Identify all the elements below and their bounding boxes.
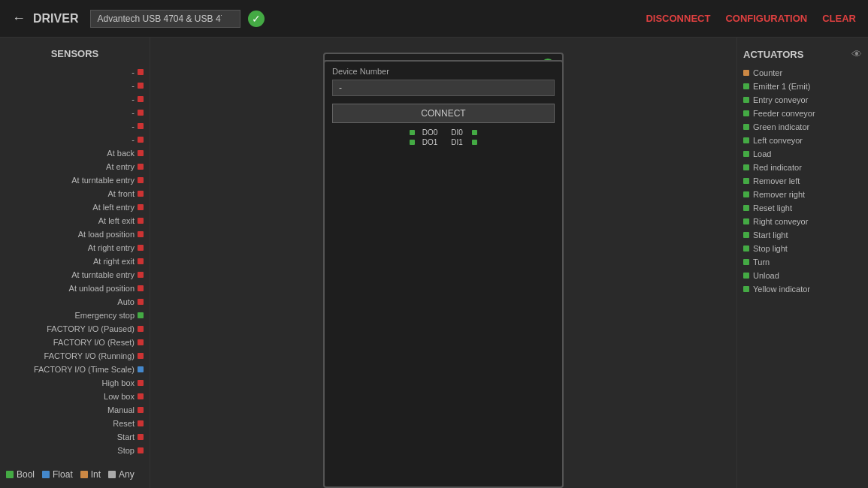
sensor-dot bbox=[138, 110, 144, 116]
int-dot bbox=[80, 471, 88, 478]
device-select[interactable]: Advantech USB 4704 & USB 4750 bbox=[90, 10, 240, 28]
sensor-dot bbox=[138, 339, 144, 345]
actuator-dot bbox=[743, 97, 749, 103]
actuators-title: ACTUATORS bbox=[743, 49, 803, 60]
actuator-dot bbox=[743, 218, 749, 224]
actuator-dot bbox=[743, 164, 749, 170]
sensor-dot bbox=[138, 366, 144, 372]
panel2-title: Device Number bbox=[332, 67, 389, 76]
back-button[interactable]: ← bbox=[12, 11, 26, 26]
actuator-dot bbox=[743, 273, 749, 279]
sensor-dot bbox=[138, 191, 144, 197]
actuator-dot bbox=[743, 232, 749, 238]
legend: Bool Float Int Any bbox=[0, 466, 150, 483]
sensor-dot bbox=[138, 420, 144, 426]
list-item: FACTORY I/O (Time Scale) bbox=[0, 363, 150, 376]
sensor-dot bbox=[138, 137, 144, 143]
clear-button[interactable]: CLEAR bbox=[822, 13, 856, 24]
list-item: Turn bbox=[737, 255, 868, 269]
sensor-dot bbox=[138, 231, 144, 237]
actuator-dot bbox=[743, 191, 749, 197]
configuration-button[interactable]: CONFIGURATION bbox=[725, 13, 807, 24]
list-item: Low box bbox=[0, 390, 150, 403]
sensor-dot bbox=[138, 407, 144, 413]
list-item: FACTORY I/O (Reset) bbox=[0, 336, 150, 349]
list-item: Auto bbox=[0, 295, 150, 309]
list-item: Left conveyor bbox=[737, 134, 868, 147]
actuator-dot bbox=[743, 83, 749, 89]
list-item: Entry conveyor bbox=[737, 93, 868, 107]
sensors-title: SENSORS bbox=[0, 45, 150, 65]
connection-status-icon: ✓ bbox=[248, 11, 265, 27]
actuator-dot bbox=[743, 286, 749, 292]
actuator-dot bbox=[743, 178, 749, 184]
sensor-dot bbox=[138, 83, 144, 89]
sensor-dot bbox=[138, 353, 144, 359]
list-item: At entry bbox=[0, 160, 150, 173]
device-select-wrapper: Advantech USB 4704 & USB 4750 bbox=[90, 10, 240, 28]
di-dot bbox=[472, 130, 477, 135]
legend-bool: Bool bbox=[6, 469, 35, 480]
sensor-dot bbox=[138, 272, 144, 278]
list-item: Stop light bbox=[737, 242, 868, 255]
bool-dot bbox=[6, 471, 14, 478]
do-dot bbox=[410, 130, 415, 135]
legend-any: Any bbox=[108, 469, 135, 480]
actuator-dot bbox=[743, 137, 749, 143]
list-item: Green indicator bbox=[737, 120, 868, 134]
sensor-dot bbox=[138, 285, 144, 291]
do-dot bbox=[410, 140, 415, 145]
sensor-dot bbox=[138, 393, 144, 399]
panel2-device-select[interactable]: - bbox=[332, 80, 555, 96]
int-label: Int bbox=[91, 469, 101, 480]
sensor-dot bbox=[138, 380, 144, 386]
legend-int: Int bbox=[80, 469, 101, 480]
list-item: At load position bbox=[0, 227, 150, 241]
list-item: At turntable entry bbox=[0, 268, 150, 282]
panel2-header: Device Number bbox=[325, 62, 562, 78]
list-item: - bbox=[0, 119, 150, 133]
list-item: At unload position bbox=[0, 282, 150, 295]
list-item: Unload bbox=[737, 269, 868, 282]
sensor-dot bbox=[138, 218, 144, 224]
list-item: Feeder conveyor bbox=[737, 107, 868, 120]
list-item: - bbox=[0, 79, 150, 92]
list-item: Emergency stop bbox=[0, 309, 150, 322]
list-item: Start bbox=[0, 430, 150, 444]
header: ← DRIVER Advantech USB 4704 & USB 4750 ✓… bbox=[0, 0, 868, 38]
sensor-dot bbox=[138, 434, 144, 440]
list-item: - bbox=[0, 92, 150, 106]
eye-icon[interactable]: 👁 bbox=[851, 48, 862, 60]
sensors-panel: SENSORS - - - - - - At back At entry At … bbox=[0, 38, 150, 488]
list-item: Red indicator bbox=[737, 161, 868, 174]
sensor-dot bbox=[138, 150, 144, 156]
list-item: At right exit bbox=[0, 255, 150, 268]
list-item: - bbox=[0, 106, 150, 119]
sensor-dot bbox=[138, 245, 144, 251]
list-item: Load bbox=[737, 147, 868, 161]
actuators-header: ACTUATORS 👁 bbox=[737, 45, 868, 66]
list-item: Reset light bbox=[737, 201, 868, 215]
list-item: Manual bbox=[0, 403, 150, 417]
list-item: At back bbox=[0, 146, 150, 160]
actuator-dot bbox=[743, 246, 749, 252]
actuator-dot bbox=[743, 259, 749, 265]
actuator-dot bbox=[743, 110, 749, 116]
list-item: - bbox=[0, 133, 150, 146]
sensor-dot bbox=[138, 164, 144, 170]
list-item: Reset bbox=[0, 417, 150, 430]
di-do-row: DO1 DI1 bbox=[329, 137, 558, 147]
list-item: Right conveyor bbox=[737, 215, 868, 228]
sensor-dot bbox=[138, 312, 144, 318]
list-item: At right entry bbox=[0, 241, 150, 255]
di-do-row: DO0 DI0 bbox=[329, 128, 558, 137]
list-item: At turntable entry bbox=[0, 173, 150, 187]
disconnect-button[interactable]: DISCONNECT bbox=[646, 13, 710, 24]
panel2-connect-button[interactable]: CONNECT bbox=[332, 104, 555, 123]
list-item: At front bbox=[0, 187, 150, 200]
list-item: Counter bbox=[737, 66, 868, 80]
di-do-container: DO0 DI0 DO1 DI1 bbox=[325, 128, 562, 150]
sensor-dot bbox=[138, 69, 144, 75]
float-dot bbox=[42, 471, 50, 478]
sensor-dot bbox=[138, 447, 144, 453]
